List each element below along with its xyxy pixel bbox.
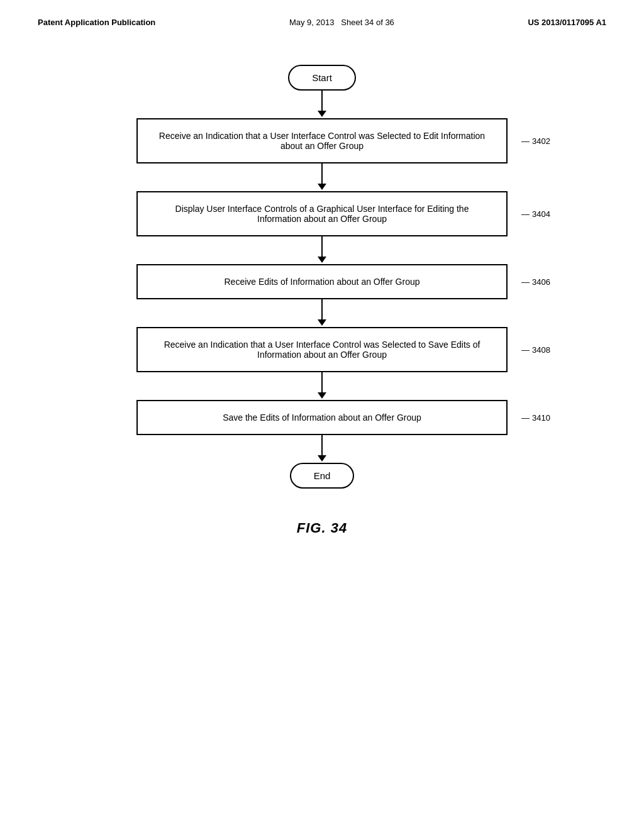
step-3408-box: Receive an Indication that a User Interf…	[136, 327, 508, 372]
ref-3406: 3406	[521, 277, 550, 287]
step-3404-text: Display User Interface Controls of a Gra…	[175, 204, 469, 224]
header-right: US 2013/0117095 A1	[528, 18, 606, 27]
arrow-5	[318, 372, 326, 400]
arrow-2	[318, 163, 326, 191]
step-3408-wrapper: Receive an Indication that a User Interf…	[102, 327, 542, 372]
arrow-3	[318, 236, 326, 264]
step-3410-wrapper: Save the Edits of Information about an O…	[102, 400, 542, 435]
step-3410-box: Save the Edits of Information about an O…	[136, 400, 508, 435]
step-3404-box: Display User Interface Controls of a Gra…	[136, 191, 508, 236]
ref-3408: 3408	[521, 345, 550, 355]
step-3402-text: Receive an Indication that a User Interf…	[159, 131, 485, 151]
step-3402-box: Receive an Indication that a User Interf…	[136, 118, 508, 163]
step-3406-text: Receive Edits of Information about an Of…	[224, 277, 419, 287]
header-center: May 9, 2013 Sheet 34 of 36	[289, 18, 394, 27]
diagram-container: Start Receive an Indication that a User …	[0, 27, 644, 536]
step-3406-wrapper: Receive Edits of Information about an Of…	[102, 264, 542, 299]
end-box: End	[290, 463, 355, 489]
arrow-6	[318, 435, 326, 463]
end-wrapper: End	[102, 463, 542, 489]
step-3404-wrapper: Display User Interface Controls of a Gra…	[102, 191, 542, 236]
page-header: Patent Application Publication May 9, 20…	[0, 0, 644, 27]
step-3408-text: Receive an Indication that a User Interf…	[164, 340, 480, 360]
ref-3402: 3402	[521, 136, 550, 146]
start-wrapper: Start	[102, 65, 542, 91]
arrow-1	[318, 91, 326, 118]
fig-label: FIG. 34	[297, 520, 347, 536]
step-3406-box: Receive Edits of Information about an Of…	[136, 264, 508, 299]
arrow-4	[318, 299, 326, 327]
header-left: Patent Application Publication	[38, 18, 155, 27]
start-box: Start	[288, 65, 356, 91]
step-3402-wrapper: Receive an Indication that a User Interf…	[102, 118, 542, 163]
ref-3410: 3410	[521, 413, 550, 423]
step-3410-text: Save the Edits of Information about an O…	[223, 412, 421, 423]
ref-3404: 3404	[521, 209, 550, 219]
flowchart: Start Receive an Indication that a User …	[102, 65, 542, 489]
